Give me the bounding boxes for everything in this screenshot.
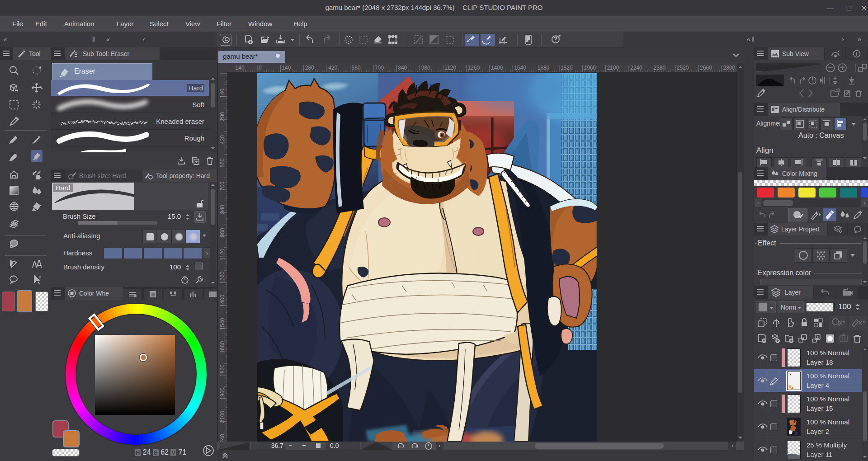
svg-text:560: 560 xyxy=(219,158,226,167)
svg-text:980: 980 xyxy=(219,228,226,237)
svg-text:1680: 1680 xyxy=(219,341,226,353)
svg-text:280: 280 xyxy=(219,112,226,121)
svg-text:560: 560 xyxy=(352,65,361,71)
svg-text:420: 420 xyxy=(219,135,226,144)
svg-text:1960: 1960 xyxy=(219,387,226,400)
svg-text:1260: 1260 xyxy=(219,271,226,283)
svg-text:700: 700 xyxy=(219,182,226,191)
svg-text:2240: 2240 xyxy=(219,434,226,442)
svg-text:840: 840 xyxy=(398,65,407,71)
svg-text:0: 0 xyxy=(259,65,262,71)
svg-text:1540: 1540 xyxy=(219,318,226,330)
svg-text:140: 140 xyxy=(219,89,226,98)
svg-text:1120: 1120 xyxy=(219,249,226,260)
svg-text:700: 700 xyxy=(375,65,384,71)
svg-text:980: 980 xyxy=(421,65,430,71)
svg-text:140: 140 xyxy=(282,65,291,71)
svg-text:1400: 1400 xyxy=(219,295,226,307)
svg-text:140: 140 xyxy=(236,65,245,71)
svg-text:2100: 2100 xyxy=(219,411,226,423)
svg-text:280: 280 xyxy=(305,65,314,71)
svg-text:420: 420 xyxy=(328,65,337,71)
svg-text:1820: 1820 xyxy=(219,364,226,376)
svg-text:840: 840 xyxy=(219,205,226,214)
